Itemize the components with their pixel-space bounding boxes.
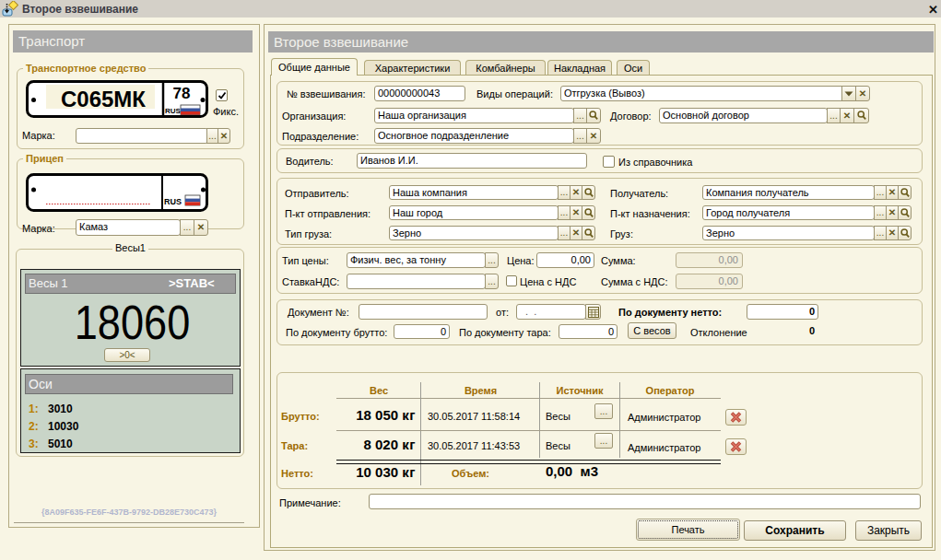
svg-text:RUS: RUS	[165, 107, 182, 115]
svg-text:С065МК: С065МК	[61, 87, 146, 111]
svg-text:RUS: RUS	[164, 197, 182, 206]
svg-text:78: 78	[173, 85, 191, 102]
